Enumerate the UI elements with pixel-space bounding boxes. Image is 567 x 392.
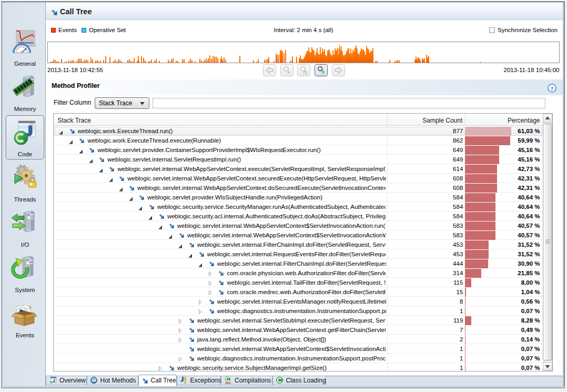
- svg-text:M: M: [92, 378, 96, 383]
- svg-text:010: 010: [225, 381, 231, 384]
- svg-text:?: ?: [551, 85, 554, 92]
